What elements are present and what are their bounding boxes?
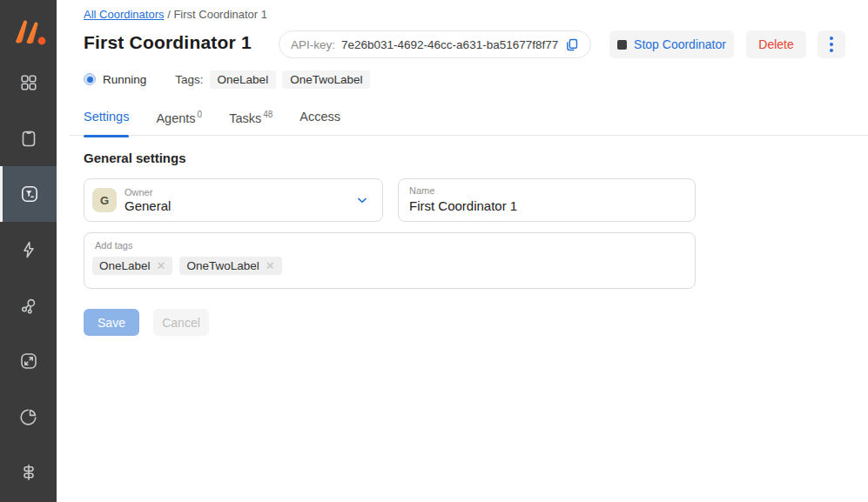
tag-chip-text: OneTwoLabel [186, 259, 259, 272]
tab-settings[interactable]: Settings [84, 110, 129, 137]
brand-logo-icon[interactable] [13, 18, 46, 50]
section-title: General settings [84, 151, 186, 165]
tags-label: Tags: [175, 73, 203, 86]
status-row: Running Tags: OneLabel OneTwoLabel [84, 69, 370, 90]
sidebar-item-reports[interactable] [0, 389, 57, 445]
name-input[interactable] [409, 198, 684, 213]
app-window: All Coordinators / First Coordinator 1 F… [0, 0, 868, 502]
sidebar-item-pipeline[interactable] [0, 445, 57, 500]
chevron-down-icon [354, 192, 370, 208]
dashboard-grid-icon [18, 72, 39, 93]
editable-tag-chip: OneTwoLabel ✕ [179, 257, 281, 275]
editable-tag-chip: OneLabel ✕ [92, 257, 172, 275]
tab-access-label: Access [299, 110, 340, 124]
pie-chart-icon [18, 406, 39, 427]
funnel-chat-icon [19, 184, 40, 204]
delete-button[interactable]: Delete [746, 30, 806, 58]
stop-coordinator-label: Stop Coordinator [634, 37, 726, 51]
tab-agents-label: Agents [156, 111, 195, 125]
delete-label: Delete [758, 37, 793, 51]
remove-tag-icon[interactable]: ✕ [266, 259, 275, 272]
add-tags-label: Add tags [95, 240, 684, 251]
tag-chip-row: OneLabel ✕ OneTwoLabel ✕ [92, 257, 684, 275]
breadcrumb-link-all-coordinators[interactable]: All Coordinators [84, 8, 165, 21]
tab-access[interactable]: Access [299, 110, 340, 137]
add-tags-field[interactable]: Add tags OneLabel ✕ OneTwoLabel ✕ [84, 232, 696, 289]
signpost-icon [18, 462, 39, 483]
page-title: First Coordinator 1 [84, 32, 252, 53]
tab-settings-label: Settings [84, 110, 129, 124]
tag-chip-text: OneLabel [99, 259, 151, 272]
more-actions-button[interactable] [818, 30, 845, 58]
tab-tasks-count: 48 [263, 110, 273, 119]
remove-tag-icon[interactable]: ✕ [157, 259, 166, 272]
kebab-menu-icon [830, 37, 833, 52]
tag-chip: OneLabel [210, 70, 277, 89]
save-button[interactable]: Save [84, 309, 139, 336]
copy-icon[interactable] [564, 37, 579, 52]
name-field-box: Name [398, 178, 696, 222]
cancel-button[interactable]: Cancel [153, 309, 209, 336]
stop-coordinator-button[interactable]: Stop Coordinator [609, 30, 734, 58]
sidebar-item-coordinators[interactable] [0, 166, 57, 222]
lightning-icon [18, 239, 39, 260]
tab-agents[interactable]: Agents0 [156, 110, 202, 137]
tab-agents-count: 0 [198, 110, 203, 119]
api-key-label: API-key: [291, 38, 335, 51]
sidebar-nav [0, 55, 57, 500]
breadcrumb: All Coordinators / First Coordinator 1 [84, 8, 267, 21]
api-key-value: 7e26b031-4692-46cc-a631-ba51677f8f77 [341, 38, 558, 51]
sidebar-item-scaling[interactable] [0, 333, 57, 389]
breadcrumb-current: First Coordinator 1 [173, 8, 267, 21]
sidebar-item-board[interactable] [0, 110, 57, 166]
share-nodes-icon [18, 295, 39, 316]
tab-bar: Settings Agents0 Tasks48 Access [84, 110, 340, 137]
status-badge: Running [103, 73, 146, 86]
running-status-icon [84, 73, 96, 85]
owner-field-label: Owner [124, 187, 354, 198]
resize-arrows-icon [18, 351, 39, 371]
sidebar-item-triggers[interactable] [0, 222, 57, 278]
owner-field-value: General [124, 198, 354, 214]
sidebar-item-dashboard[interactable] [0, 55, 57, 110]
tab-tasks-label: Tasks [229, 111, 261, 125]
name-field-label: Name [409, 185, 684, 197]
stop-square-icon [617, 40, 627, 50]
owner-avatar: G [92, 188, 117, 212]
sidebar [0, 0, 57, 502]
owner-select[interactable]: G Owner General [84, 178, 383, 222]
tab-tasks[interactable]: Tasks48 [229, 110, 273, 137]
clipboard-icon [18, 128, 39, 149]
api-key-pill: API-key: 7e26b031-4692-46cc-a631-ba51677… [279, 30, 591, 58]
tag-chip: OneTwoLabel [282, 70, 370, 89]
sidebar-item-connections[interactable] [0, 278, 57, 333]
